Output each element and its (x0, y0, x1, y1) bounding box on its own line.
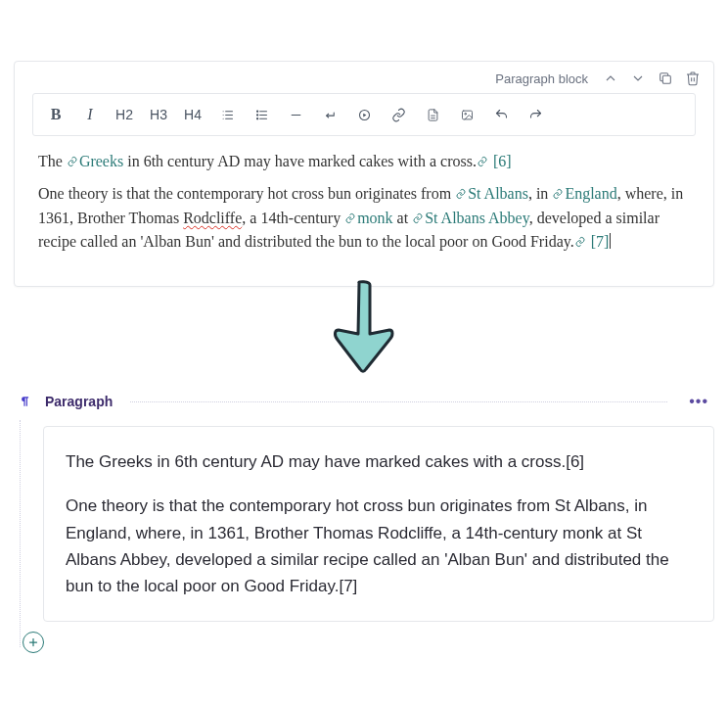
bold-button[interactable]: B (47, 104, 65, 125)
preview-block-title: Paragraph (45, 394, 113, 409)
text: at (393, 210, 413, 226)
copy-icon[interactable] (657, 70, 674, 87)
text: , a 14th-century (242, 210, 344, 226)
delete-icon[interactable] (684, 70, 702, 87)
divider-dotted (130, 401, 667, 402)
arrow-illustration (14, 287, 714, 391)
move-up-icon[interactable] (602, 70, 619, 87)
link-icon (552, 183, 564, 195)
ordered-list-button[interactable] (218, 104, 236, 125)
svg-point-11 (256, 114, 257, 115)
text-caret (610, 233, 611, 249)
preview-block-header: Paragraph ••• (14, 391, 714, 412)
preview-block: The Greeks in 6th century AD may have ma… (14, 426, 714, 622)
preview-paragraph-2: One theory is that the contemporary hot … (66, 493, 692, 599)
link-st-albans[interactable]: St Albans (468, 185, 528, 202)
paragraph-icon (16, 393, 33, 410)
reference-6[interactable]: [6] (493, 153, 512, 169)
svg-point-10 (256, 111, 257, 112)
text: , in (528, 185, 552, 202)
spell-error-rodcliffe[interactable]: Rodcliffe (183, 210, 242, 226)
preview-content: The Greeks in 6th century AD may have ma… (43, 426, 714, 622)
bullet-list-button[interactable] (252, 104, 270, 125)
block-rail (14, 426, 43, 622)
italic-button[interactable]: I (81, 104, 99, 125)
reference-7[interactable]: [7] (591, 233, 610, 250)
play-button[interactable] (355, 104, 373, 125)
link-button[interactable] (389, 104, 407, 125)
svg-marker-15 (363, 113, 366, 117)
svg-rect-18 (462, 111, 472, 119)
h2-button[interactable]: H2 (115, 104, 133, 125)
editor-content[interactable]: The Greeks in 6th century AD may have ma… (15, 146, 713, 286)
editor-paragraph-1[interactable]: The Greeks in 6th century AD may have ma… (38, 150, 690, 174)
add-block-button[interactable] (23, 632, 44, 653)
svg-rect-0 (662, 75, 670, 83)
block-type-label: Paragraph block (495, 71, 588, 86)
move-down-icon[interactable] (629, 70, 647, 87)
document-button[interactable] (424, 104, 441, 125)
link-greeks[interactable]: Greeks (79, 153, 123, 169)
newline-button[interactable] (321, 104, 339, 125)
link-icon (412, 208, 424, 219)
link-icon (344, 208, 356, 219)
link-icon (477, 151, 488, 163)
editor-paragraph-2[interactable]: One theory is that the contemporary hot … (38, 182, 690, 255)
preview-paragraph-1: The Greeks in 6th century AD may have ma… (66, 448, 692, 475)
h3-button[interactable]: H3 (150, 104, 167, 125)
text: The (38, 153, 67, 169)
text: One theory is that the contemporary hot … (38, 185, 455, 202)
block-footer (14, 622, 714, 671)
editor-toolbar: B I H2 H3 H4 (32, 93, 696, 136)
editor-header: Paragraph block (15, 62, 713, 93)
link-st-albans-abbey[interactable]: St Albans Abbey (425, 210, 529, 226)
arrow-down-icon (325, 275, 403, 393)
link-icon (67, 151, 78, 163)
link-england[interactable]: England (565, 185, 616, 202)
block-menu-button[interactable]: ••• (685, 393, 712, 410)
svg-point-12 (256, 118, 257, 118)
image-button[interactable] (458, 104, 476, 125)
editor-block: Paragraph block B I H2 H3 H4 (14, 61, 714, 287)
redo-button[interactable] (526, 104, 544, 125)
text: in 6th century AD may have marked cakes … (123, 153, 477, 169)
svg-point-19 (464, 113, 466, 115)
h4-button[interactable]: H4 (184, 104, 202, 125)
link-monk[interactable]: monk (357, 210, 392, 226)
hr-button[interactable] (287, 104, 304, 125)
link-icon (455, 183, 467, 195)
undo-button[interactable] (492, 104, 510, 125)
link-icon (574, 231, 586, 243)
